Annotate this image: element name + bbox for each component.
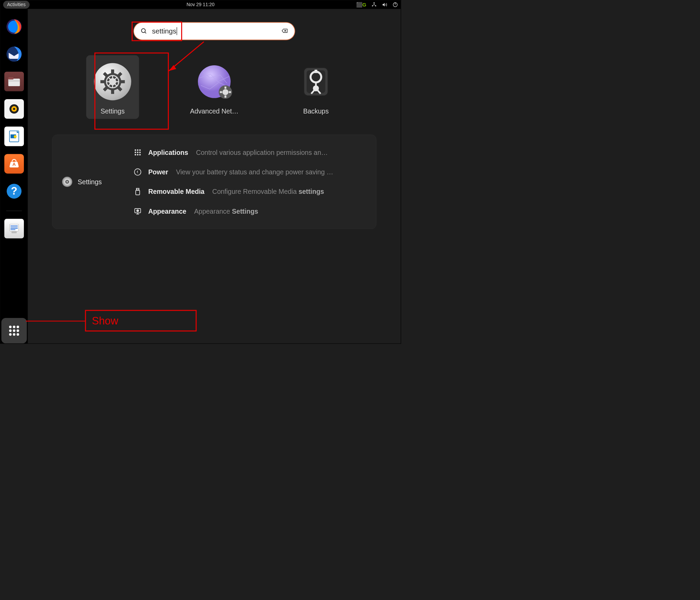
settings-row-appearance[interactable]: Appearance Appearance Settings (133, 201, 366, 221)
svg-rect-56 (220, 91, 222, 93)
svg-rect-19 (10, 224, 18, 231)
svg-rect-53 (225, 86, 226, 89)
svg-rect-8 (8, 77, 13, 80)
svg-point-75 (139, 154, 141, 156)
svg-rect-60 (314, 70, 317, 73)
svg-point-28 (9, 330, 12, 332)
svg-point-66 (66, 181, 68, 183)
row-label: Power (148, 168, 168, 176)
power-icon (133, 167, 143, 177)
row-label: Applications (148, 149, 188, 156)
result-label: Backups (303, 107, 329, 115)
svg-rect-54 (225, 95, 226, 98)
text-cursor (177, 27, 177, 35)
applications-icon (133, 147, 143, 158)
dock-files-icon[interactable] (4, 72, 24, 91)
svg-rect-24 (12, 231, 17, 233)
svg-point-25 (9, 326, 12, 328)
svg-point-68 (137, 149, 138, 151)
row-label: Appearance (148, 208, 187, 215)
clock[interactable]: Nov 29 11:20 (187, 2, 215, 8)
row-description: Configure Removable Media settings (212, 188, 324, 195)
top-bar: Activities Nov 29 11:20 ⬛G (0, 0, 401, 9)
dock-texteditor-icon[interactable] (4, 219, 24, 238)
svg-point-70 (135, 152, 136, 154)
svg-point-73 (135, 154, 136, 156)
dock: A ? (0, 9, 28, 343)
svg-point-30 (17, 330, 19, 332)
dock-thunderbird-icon[interactable] (4, 44, 24, 64)
search-icon (140, 28, 147, 34)
svg-rect-7 (8, 79, 20, 86)
system-indicators[interactable]: ⬛G (356, 2, 398, 8)
row-label: Removable Media (148, 188, 205, 195)
row-description: Control various application permissions … (196, 149, 327, 156)
dock-firefox-icon[interactable] (4, 17, 24, 36)
search-input[interactable]: settings (152, 27, 281, 35)
svg-rect-78 (136, 190, 139, 195)
row-description: Appearance Settings (194, 208, 258, 215)
svg-point-67 (135, 149, 136, 151)
svg-point-27 (17, 326, 19, 328)
svg-point-72 (139, 152, 141, 154)
svg-point-29 (13, 330, 15, 332)
result-label: Settings (100, 107, 124, 115)
svg-point-52 (223, 89, 228, 95)
result-label: Advanced Net… (190, 107, 239, 115)
search-bar[interactable]: settings (134, 23, 295, 39)
category-heading-label: Settings (78, 178, 102, 186)
result-backups[interactable]: Backups (290, 55, 342, 119)
svg-rect-55 (229, 91, 231, 93)
svg-point-74 (137, 154, 138, 156)
appearance-icon (133, 206, 143, 216)
volume-icon[interactable] (382, 2, 387, 8)
dock-divider (6, 211, 22, 211)
settings-row-power[interactable]: Power View your battery status and chang… (133, 162, 366, 182)
svg-point-83 (137, 210, 138, 211)
activities-overview: settings Settings Advanced Net… (28, 9, 401, 343)
svg-point-32 (13, 333, 15, 336)
svg-text:?: ? (11, 185, 17, 197)
power-icon[interactable] (392, 2, 398, 8)
svg-point-0 (374, 2, 375, 3)
svg-rect-38 (121, 80, 125, 83)
svg-point-26 (13, 326, 15, 328)
category-heading[interactable]: Settings (62, 177, 133, 187)
svg-rect-9 (8, 80, 20, 81)
dock-rhythmbox-icon[interactable] (4, 99, 24, 119)
result-settings[interactable]: Settings (86, 55, 139, 119)
gear-icon (62, 177, 72, 187)
svg-point-69 (139, 149, 141, 151)
svg-rect-39 (100, 80, 105, 83)
svg-point-31 (9, 333, 12, 336)
settings-row-applications[interactable]: Applications Control various application… (133, 143, 366, 162)
clear-search-icon[interactable] (281, 27, 288, 35)
result-advanced-network[interactable]: Advanced Net… (184, 55, 244, 119)
svg-text:A: A (12, 162, 16, 167)
dock-help-icon[interactable]: ? (4, 182, 24, 201)
network-settings-icon (194, 61, 235, 102)
backups-icon (295, 61, 336, 102)
dock-libreoffice-writer-icon[interactable] (4, 126, 24, 146)
settings-search-results: Settings Applications Control various ap… (52, 135, 376, 229)
svg-point-71 (137, 152, 138, 154)
svg-rect-36 (111, 69, 114, 74)
svg-rect-37 (111, 90, 114, 94)
indicator-icon[interactable]: ⬛G (356, 2, 366, 8)
app-results: Settings Advanced Net… Backups (56, 55, 373, 119)
svg-point-15 (14, 135, 16, 138)
search-text: settings (152, 27, 176, 35)
svg-point-33 (17, 333, 19, 336)
network-icon[interactable] (371, 2, 377, 8)
show-applications-button[interactable] (1, 318, 27, 343)
settings-row-removable-media[interactable]: Removable Media Configure Removable Medi… (133, 182, 366, 201)
settings-icon (92, 61, 133, 102)
usb-icon (133, 186, 143, 197)
svg-point-12 (13, 108, 15, 110)
svg-point-34 (142, 29, 145, 32)
row-description: View your battery status and change powe… (176, 168, 333, 176)
dock-software-icon[interactable]: A (4, 154, 24, 173)
activities-button[interactable]: Activities (3, 1, 29, 9)
